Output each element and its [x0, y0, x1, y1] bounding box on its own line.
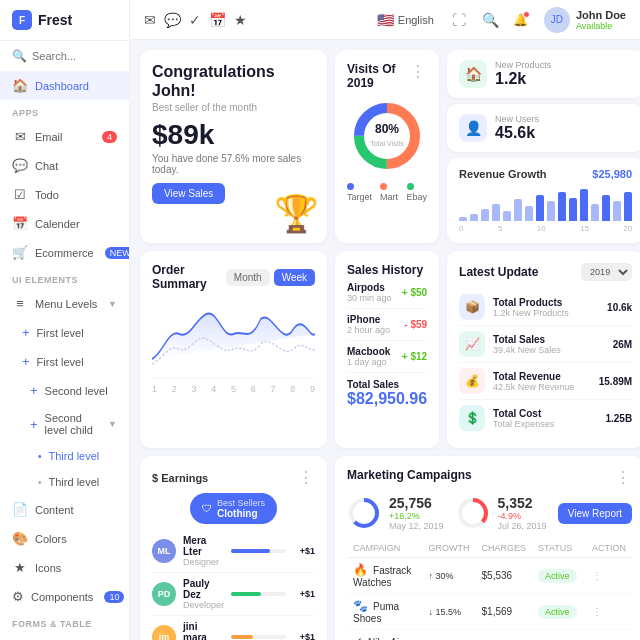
tab-month[interactable]: Month	[226, 269, 270, 286]
latest-title: Latest Update	[459, 265, 538, 279]
view-sales-button[interactable]: View Sales	[152, 183, 225, 204]
sales-history-item: iPhone 2 hour ago - $59	[347, 309, 427, 341]
mstat1-date: May 12, 2019	[389, 521, 444, 531]
user-status: Available	[576, 21, 626, 31]
latest-item-3: 💲 Total Cost Total Expenses 1.25B	[459, 400, 632, 436]
view-report-button[interactable]: View Report	[558, 503, 632, 524]
third-level-2-icon: •	[38, 477, 42, 488]
expand-icon[interactable]: ⛶	[452, 12, 466, 28]
visits-card: Visits Of 2019 ⋮ 80% Total Visits Target…	[335, 50, 439, 243]
mstat-1: 25,756 +16.2% May 12, 2019	[347, 495, 444, 531]
best-sellers-badge[interactable]: 🛡 Best Sellers Clothing	[190, 493, 277, 524]
sales-history-card: Sales History Airpods 30 min ago + $50 i…	[335, 251, 439, 448]
sidebar-item-dashboard[interactable]: 🏠 Dashboard	[0, 71, 129, 100]
email-icon: ✉	[12, 129, 28, 144]
new-products-label: New Products	[495, 60, 551, 70]
earnings-title: $ Earnings	[152, 472, 208, 484]
latest-icon-products: 📦	[459, 294, 485, 320]
header-star-icon[interactable]: ★	[234, 12, 247, 28]
col-campaign: CAMPAIGN	[347, 539, 423, 558]
sidebar-search-row: 🔍	[0, 41, 129, 71]
tab-week[interactable]: Week	[274, 269, 315, 286]
header-chat-icon[interactable]: 💬	[164, 12, 181, 28]
mstat2-donut	[456, 496, 490, 530]
sidebar-item-content[interactable]: 📄 Content	[0, 495, 129, 524]
first-level-2-icon: +	[22, 354, 30, 369]
revenue-value: $25,980	[592, 168, 632, 180]
header-cal-icon[interactable]: 📅	[209, 12, 226, 28]
visits-legend: Target Mart Ebay	[347, 182, 427, 202]
chat-icon: 💬	[12, 158, 28, 173]
flag-icon: 🇺🇸	[377, 12, 394, 28]
header-mail-icon[interactable]: ✉	[144, 12, 156, 28]
col-status: STATUS	[532, 539, 586, 558]
svg-text:Total Visits: Total Visits	[370, 140, 404, 147]
content-icon: 📄	[12, 502, 28, 517]
sidebar-item-email[interactable]: ✉ Email 4	[0, 122, 129, 151]
latest-year-select[interactable]: 2019	[581, 263, 632, 281]
best-sellers-area: 🛡 Best Sellers Clothing	[152, 493, 315, 524]
marketing-menu[interactable]: ⋮	[615, 468, 632, 487]
sidebar-item-first-level-2[interactable]: + First level	[0, 347, 129, 376]
shield-icon: 🛡	[202, 503, 212, 514]
mstat-2: 5,352 -4.9% Jul 26, 2019	[456, 495, 547, 531]
svg-text:80%: 80%	[375, 122, 399, 136]
congrats-card: Congratulations John! Best seller of the…	[140, 50, 327, 243]
new-users-icon: 👤	[459, 114, 487, 142]
sidebar-item-second-level[interactable]: + Second level	[0, 376, 129, 405]
logo-icon: F	[12, 10, 32, 30]
first-level-1-icon: +	[22, 325, 30, 340]
new-users-value: 45.6k	[495, 124, 539, 142]
sidebar-item-todo[interactable]: ☑ Todo	[0, 180, 129, 209]
search-input[interactable]	[32, 50, 117, 62]
main-content: ✉ 💬 ✓ 📅 ★ 🇺🇸 English ⛶ 🔍 🔔 JD John Doe A…	[130, 0, 640, 640]
mstat1-change: +16.2%	[389, 511, 444, 521]
latest-icon-revenue: 💰	[459, 368, 485, 394]
sidebar-item-calender[interactable]: 📅 Calender	[0, 209, 129, 238]
new-products-card: 🏠 New Products 1.2k	[447, 50, 640, 98]
earnings-item: ML Mera Lter Designer +$1	[152, 530, 315, 573]
header-check-icon[interactable]: ✓	[189, 12, 201, 28]
menu-icon: ≡	[12, 296, 28, 311]
table-row: 🐾Puma Shoes ↓ 15.5% $1,569 Active ⋮	[347, 594, 632, 630]
ecommerce-icon: 🛒	[12, 245, 28, 260]
avatar: JD	[544, 7, 570, 33]
order-axis: 123456789	[152, 384, 315, 394]
sidebar-item-third-level-1[interactable]: • Third level	[0, 443, 129, 469]
sidebar-logo[interactable]: F Frest	[0, 0, 129, 41]
stats-column: 🏠 New Products 1.2k 👤 New Users 45.6k Re…	[447, 50, 640, 243]
marketing-stats: 25,756 +16.2% May 12, 2019 5,352 -4.9%	[347, 495, 547, 531]
sidebar-item-colors[interactable]: 🎨 Colors	[0, 524, 129, 553]
visits-menu-icon[interactable]: ⋮	[410, 62, 427, 81]
earnings-list: ML Mera Lter Designer +$1 PD Pauly Dez D…	[152, 530, 315, 640]
sidebar-item-menu-levels[interactable]: ≡ Menu Levels ▼	[0, 289, 129, 318]
visits-title: Visits Of 2019	[347, 62, 410, 90]
sidebar-item-ecommerce[interactable]: 🛒 Ecommerce NEW ▲	[0, 238, 129, 267]
latest-item-0: 📦 Total Products 1.2k New Products 10.6k	[459, 289, 632, 326]
trophy-icon: 🏆	[274, 193, 319, 235]
congrats-title: Congratulations John!	[152, 62, 315, 100]
header-search-icon[interactable]: 🔍	[482, 12, 499, 28]
header-language[interactable]: 🇺🇸 English	[377, 12, 434, 28]
sales-history-item: Airpods 30 min ago + $50	[347, 277, 427, 309]
section-forms: FORMS & TABLE	[0, 611, 129, 633]
revenue-title: Revenue Growth	[459, 168, 546, 180]
new-users-card: 👤 New Users 45.6k	[447, 104, 640, 152]
earnings-item: PD Pauly Dez Developer +$1	[152, 573, 315, 616]
sidebar-item-first-level-1[interactable]: + First level	[0, 318, 129, 347]
calender-icon: 📅	[12, 216, 28, 231]
visits-donut-chart: 80% Total Visits	[347, 96, 427, 176]
col-charges: CHARGES	[476, 539, 533, 558]
sidebar-item-extra-components[interactable]: + Extra Components	[0, 633, 129, 640]
sidebar-item-chat[interactable]: 💬 Chat	[0, 151, 129, 180]
earnings-menu[interactable]: ⋮	[298, 468, 315, 487]
sidebar-item-components[interactable]: ⚙ Components 10	[0, 582, 129, 611]
marketing-card: Marketing Campaigns ⋮ 25,756 +16.2% May …	[335, 456, 640, 640]
sidebar-item-second-level-child[interactable]: + Second level child ▼	[0, 405, 129, 443]
latest-item-2: 💰 Total Revenue 42.5k New Revenue 15.89M	[459, 363, 632, 400]
sidebar-item-icons[interactable]: ★ Icons	[0, 553, 129, 582]
user-avatar-area[interactable]: JD John Doe Available	[544, 7, 626, 33]
notification-bell[interactable]: 🔔	[513, 13, 528, 27]
sidebar-item-third-level-2[interactable]: • Third level	[0, 469, 129, 495]
second-level-child-icon: +	[30, 417, 38, 432]
